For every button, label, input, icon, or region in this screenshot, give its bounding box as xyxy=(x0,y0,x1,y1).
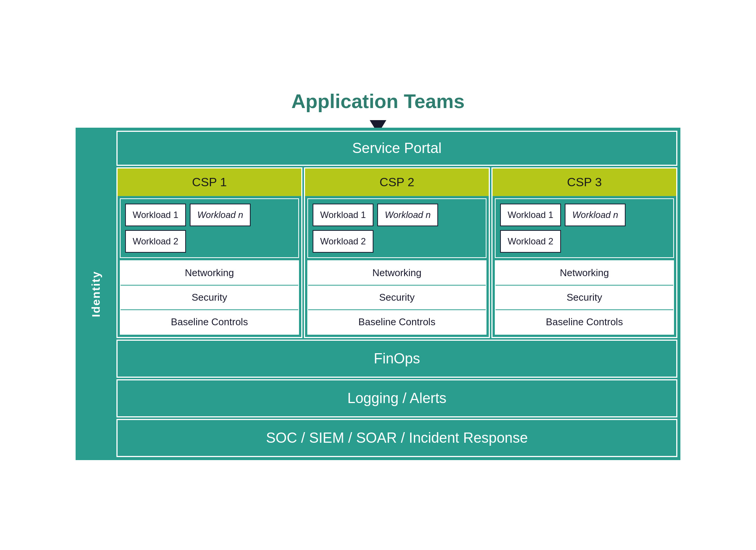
csp2-services: Networking Security Baseline Controls xyxy=(307,260,486,335)
csp2-block: CSP 2 Workload 1 Workload n xyxy=(304,167,490,338)
csp2-header: CSP 2 xyxy=(305,168,489,196)
csp2-workload-n: Workload n xyxy=(377,204,438,226)
csp1-inner: Workload 1 Workload n Workload 2 xyxy=(118,196,301,337)
csp3-inner: Workload 1 Workload n Workload 2 xyxy=(493,196,676,337)
finops-label: FinOps xyxy=(374,351,420,366)
csp1-block: CSP 1 Workload 1 Workload n xyxy=(116,167,302,338)
csp2-workload-row-2: Workload 2 xyxy=(313,230,481,253)
soc-bar: SOC / SIEM / SOAR / Incident Response xyxy=(116,419,677,457)
logging-bar: Logging / Alerts xyxy=(116,379,677,417)
csp2-workload-grid: Workload 1 Workload n Workload 2 xyxy=(307,198,486,258)
identity-sidebar: Identity xyxy=(77,129,115,459)
csp1-header: CSP 1 xyxy=(118,168,301,196)
csp1-networking: Networking xyxy=(121,261,298,286)
diagram-container: Application Teams Identity Service Porta… xyxy=(76,90,680,460)
csp3-workload-2: Workload 2 xyxy=(500,230,561,253)
csp2-workload-row-1: Workload 1 Workload n xyxy=(313,204,481,226)
csp3-workload-n: Workload n xyxy=(565,204,626,226)
csp-row: CSP 1 Workload 1 Workload n xyxy=(116,167,677,338)
identity-label: Identity xyxy=(90,271,102,317)
csp2-networking: Networking xyxy=(308,261,486,286)
csp3-networking: Networking xyxy=(496,261,673,286)
csp3-header: CSP 3 xyxy=(493,168,676,196)
finops-bar: FinOps xyxy=(116,340,677,378)
csp1-label: CSP 1 xyxy=(192,175,227,189)
csp3-workload-grid: Workload 1 Workload n Workload 2 xyxy=(495,198,674,258)
csp1-workload-2: Workload 2 xyxy=(125,230,186,253)
csp1-services: Networking Security Baseline Controls xyxy=(120,260,299,335)
csp3-security: Security xyxy=(496,286,673,310)
csp1-workload-row-2: Workload 2 xyxy=(125,230,294,253)
csp3-block: CSP 3 Workload 1 Workload n xyxy=(491,167,677,338)
soc-label: SOC / SIEM / SOAR / Incident Response xyxy=(266,430,528,446)
service-portal-label: Service Portal xyxy=(352,140,442,156)
csp3-label: CSP 3 xyxy=(567,175,602,189)
right-content: Service Portal CSP 1 Workload 1 xyxy=(116,129,679,459)
csp3-baseline: Baseline Controls xyxy=(496,310,673,334)
app-teams-title: Application Teams xyxy=(291,90,465,113)
csp3-workload-1: Workload 1 xyxy=(500,204,561,226)
csp2-label: CSP 2 xyxy=(380,175,414,189)
csp1-baseline: Baseline Controls xyxy=(121,310,298,334)
csp1-workload-row-1: Workload 1 Workload n xyxy=(125,204,294,226)
csp2-workload-1: Workload 1 xyxy=(313,204,373,226)
csp2-inner: Workload 1 Workload n Workload 2 xyxy=(305,196,489,337)
csp1-workload-grid: Workload 1 Workload n Workload 2 xyxy=(120,198,299,258)
service-portal-bar: Service Portal xyxy=(116,131,677,166)
csp3-workload-row-1: Workload 1 Workload n xyxy=(500,204,669,226)
csp2-security: Security xyxy=(308,286,486,310)
csp2-baseline: Baseline Controls xyxy=(308,310,486,334)
csp3-workload-row-2: Workload 2 xyxy=(500,230,669,253)
csp3-services: Networking Security Baseline Controls xyxy=(495,260,674,335)
csp1-security: Security xyxy=(121,286,298,310)
csp1-workload-n: Workload n xyxy=(190,204,251,226)
logging-label: Logging / Alerts xyxy=(347,390,446,406)
csp1-workload-1: Workload 1 xyxy=(125,204,186,226)
main-frame: Identity Service Portal CSP 1 xyxy=(76,128,680,460)
csp2-workload-2: Workload 2 xyxy=(313,230,373,253)
